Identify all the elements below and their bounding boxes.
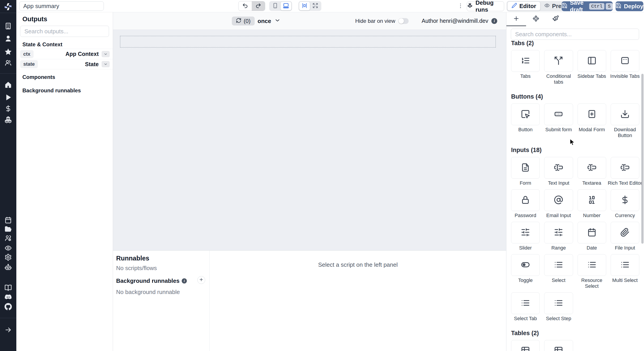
rail-star-icon[interactable]: [4, 48, 12, 55]
component-card-label: Tabs: [520, 73, 530, 79]
component-card-select-step[interactable]: Select Step: [544, 293, 573, 322]
rail-boxes-icon[interactable]: [4, 116, 12, 123]
rail-arrow-right-icon[interactable]: [4, 326, 12, 334]
windmill-logo-icon[interactable]: [4, 2, 12, 11]
runnables-title: Runnables: [116, 255, 149, 262]
rail-play-icon[interactable]: [4, 94, 12, 101]
component-card-table[interactable]: [511, 340, 540, 351]
rail-discord-icon[interactable]: [4, 294, 12, 301]
rail-eye-icon[interactable]: [4, 244, 12, 252]
no-scripts-text: No scripts/flows: [116, 265, 157, 272]
components-panel: Tabs (2)TabsConditional tabsSidebar Tabs…: [506, 12, 644, 351]
component-card-select-tab[interactable]: Select Tab: [511, 293, 540, 322]
rail-building-icon[interactable]: [4, 22, 12, 30]
kbd-badge: Ctrl: [589, 3, 604, 9]
keyboard-shortcut: CtrlS: [589, 3, 613, 9]
component-card-resource-select[interactable]: Resource Select: [578, 254, 606, 289]
save-draft-button[interactable]: Save draft CtrlS: [562, 1, 613, 11]
mobile-view-button[interactable]: [270, 2, 280, 10]
component-card-sidebar-tabs[interactable]: Sidebar Tabs: [578, 50, 606, 85]
hide-bar-toggle[interactable]: [398, 18, 408, 24]
component-card-table[interactable]: [544, 340, 573, 351]
component-card-tabs[interactable]: Tabs: [511, 50, 540, 85]
hide-bar-label: Hide bar on view: [355, 18, 396, 24]
component-card-modal-form[interactable]: Modal Form: [578, 103, 606, 138]
component-card-label: Slider: [519, 245, 532, 251]
component-card-file-input[interactable]: File Input: [611, 222, 639, 251]
rail-home-icon[interactable]: [4, 81, 12, 88]
component-card-label: Resource Select: [574, 278, 609, 289]
expand-row-button[interactable]: [102, 61, 110, 67]
rail-folder-open-icon[interactable]: [4, 225, 12, 233]
expand-row-button[interactable]: [102, 51, 110, 57]
redo-button[interactable]: [252, 1, 265, 11]
component-card-button[interactable]: Button: [511, 103, 540, 138]
search-components-input[interactable]: [511, 29, 639, 40]
info-icon[interactable]: i: [492, 18, 497, 24]
device-toggle-group: [269, 1, 292, 11]
component-card-rich-text-editor[interactable]: Rich Text Editor: [611, 157, 639, 186]
app-summary-input[interactable]: [19, 1, 104, 11]
outputs-panel: Outputs State & Context ctxApp Contextst…: [16, 12, 113, 351]
rail-calendar-icon[interactable]: [4, 216, 12, 224]
component-card-form[interactable]: Form: [511, 157, 540, 186]
rail-github-icon[interactable]: [4, 303, 12, 310]
component-card-slider[interactable]: Slider: [511, 222, 540, 251]
component-card-text-input[interactable]: Text Input: [544, 157, 573, 186]
component-card-currency[interactable]: Currency: [611, 189, 639, 218]
rail-settings-icon[interactable]: [4, 254, 12, 261]
undo-button[interactable]: [238, 1, 252, 11]
info-icon[interactable]: i: [182, 278, 187, 284]
more-menu-button[interactable]: [457, 2, 464, 10]
save-draft-label: Save draft: [570, 0, 586, 13]
state-context-row-ctx[interactable]: ctxApp Context: [16, 49, 113, 59]
full-width-button[interactable]: [310, 2, 321, 10]
component-card-number[interactable]: Number: [578, 189, 606, 218]
rail-bot-icon[interactable]: [4, 264, 12, 271]
component-card-submit-form[interactable]: Submit form: [544, 103, 573, 138]
deploy-button[interactable]: Deploy: [616, 1, 643, 11]
empty-grid-placeholder[interactable]: [120, 36, 496, 48]
component-card-label: Select Tab: [514, 316, 537, 322]
component-card-email-input[interactable]: Email Input: [544, 189, 573, 218]
expand-icon: [312, 3, 318, 9]
component-card-toggle[interactable]: Toggle: [511, 254, 540, 289]
components-tab-component[interactable]: [526, 12, 546, 26]
invisible-tabs-icon: [620, 56, 630, 66]
output-key-badge: state: [20, 60, 38, 68]
debug-runs-button[interactable]: Debug runs: [467, 1, 504, 11]
plus-icon: [513, 15, 520, 23]
component-card-multi-select[interactable]: Multi Select: [611, 254, 639, 289]
editor-tab[interactable]: Editor: [508, 2, 540, 10]
component-section-title: Buttons (4): [511, 93, 639, 100]
rail-user-icon[interactable]: [4, 35, 12, 42]
components-tab-plus[interactable]: [506, 12, 526, 26]
sliders-icon: [521, 228, 530, 238]
components-tab-paintbrush[interactable]: [546, 12, 566, 26]
component-card-textarea[interactable]: Textarea: [578, 157, 606, 186]
component-card-invisible-tabs[interactable]: Invisible Tabs: [611, 50, 639, 85]
state-context-row-state[interactable]: stateState: [16, 59, 113, 69]
component-card-conditional-tabs[interactable]: Conditional tabs: [544, 50, 573, 85]
component-card-label: Submit form: [545, 127, 572, 133]
rail-users-gear-icon[interactable]: [4, 235, 12, 242]
component-card-password[interactable]: Password: [511, 189, 540, 218]
rail-users-icon[interactable]: [4, 59, 12, 67]
component-section-title: Tabs (2): [511, 41, 639, 47]
component-card-label: Rich Text Editor: [608, 180, 642, 186]
refresh-icon: [236, 18, 242, 24]
search-outputs-input[interactable]: [20, 26, 109, 37]
refresh-button[interactable]: (0): [232, 16, 255, 25]
component-card-select[interactable]: Select: [544, 254, 573, 289]
center-layout-button[interactable]: [299, 2, 310, 10]
scrollbar-thumb[interactable]: [641, 74, 644, 244]
add-background-runnable-button[interactable]: [197, 276, 205, 284]
desktop-view-button[interactable]: [280, 2, 291, 10]
rail-dollar-sign-icon[interactable]: [4, 105, 12, 112]
app-canvas[interactable]: [113, 30, 506, 250]
component-card-date[interactable]: Date: [578, 222, 606, 251]
run-mode-select[interactable]: once: [258, 16, 280, 25]
component-card-download-button[interactable]: Download Button: [611, 103, 639, 138]
component-card-range[interactable]: Range: [544, 222, 573, 251]
rail-book-open-icon[interactable]: [4, 284, 12, 292]
